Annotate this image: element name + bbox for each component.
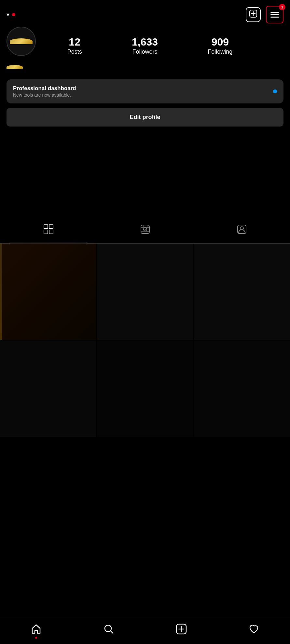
nav-activity[interactable] <box>248 624 259 636</box>
nav-add[interactable] <box>176 624 187 636</box>
top-bar: ▾ 1 <box>0 0 290 27</box>
home-active-dot <box>35 637 37 639</box>
tagged-icon <box>237 224 247 236</box>
home-icon <box>31 624 42 636</box>
professional-dashboard-card[interactable]: Professional dashboard New tools are now… <box>7 79 283 103</box>
grid-post-4[interactable] <box>0 341 96 437</box>
chevron-down-icon: ▾ <box>7 11 9 18</box>
nav-home[interactable] <box>31 624 42 636</box>
hat-decoration <box>10 38 33 44</box>
grid-post-2[interactable] <box>97 244 193 340</box>
bottom-navigation <box>0 618 290 644</box>
svg-point-9 <box>145 229 145 230</box>
tab-grid[interactable] <box>0 218 97 243</box>
edit-profile-button[interactable]: Edit profile <box>7 108 283 127</box>
posts-grid <box>0 244 290 436</box>
account-switcher[interactable]: ▾ <box>7 11 15 18</box>
menu-line-1 <box>270 12 279 13</box>
dashboard-notification-dot <box>273 89 277 93</box>
svg-rect-3 <box>44 225 48 229</box>
menu-line-3 <box>270 17 279 18</box>
grid-post-6[interactable] <box>194 341 290 437</box>
svg-line-17 <box>111 631 113 634</box>
tab-reels[interactable] <box>97 218 193 243</box>
menu-line-2 <box>270 14 279 15</box>
add-icon <box>176 624 187 636</box>
new-post-button[interactable] <box>246 7 261 22</box>
grid-post-3[interactable] <box>194 244 290 340</box>
profile-info <box>0 60 290 69</box>
nav-search[interactable] <box>103 624 114 636</box>
svg-rect-4 <box>49 225 53 229</box>
dashboard-text: Professional dashboard New tools are now… <box>13 85 76 98</box>
dashboard-title: Professional dashboard <box>13 85 76 92</box>
grid-icon <box>43 224 54 237</box>
dashboard-subtitle: New tools are now available. <box>13 92 76 98</box>
search-icon <box>103 624 114 636</box>
svg-rect-5 <box>44 230 48 234</box>
notification-dot <box>12 13 15 16</box>
grid-post-1[interactable] <box>0 244 96 340</box>
secondary-hat-decoration <box>7 65 23 69</box>
avatar[interactable] <box>7 27 36 56</box>
heart-icon <box>248 624 259 636</box>
menu-badge: 1 <box>279 4 285 10</box>
avatar-section <box>0 27 290 56</box>
grid-post-5[interactable] <box>97 341 193 437</box>
hamburger-menu-button[interactable]: 1 <box>266 6 283 23</box>
svg-rect-6 <box>49 230 53 234</box>
tab-tagged[interactable] <box>193 218 290 243</box>
plus-icon <box>249 9 257 20</box>
content-tabs <box>0 218 290 244</box>
top-actions: 1 <box>246 6 283 23</box>
reels-icon <box>140 224 150 236</box>
